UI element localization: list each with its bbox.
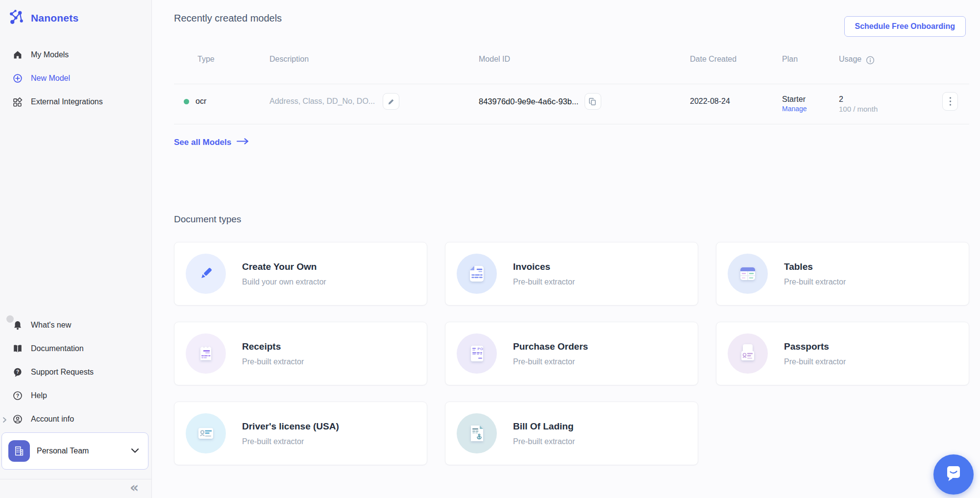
arrow-right-icon xyxy=(236,138,249,147)
sidebar-item-external-integrations[interactable]: External Integrations xyxy=(0,90,151,114)
row-menu-button[interactable] xyxy=(942,92,958,111)
cell-plan: Starter Manage xyxy=(782,84,839,124)
card-create-your-own[interactable]: Create Your Own Build your own extractor xyxy=(174,242,427,306)
svg-text:?: ? xyxy=(16,393,19,399)
sidebar-item-whats-new[interactable]: What's new xyxy=(0,313,151,337)
notification-dot xyxy=(6,315,14,323)
card-receipts[interactable]: Receipts Pre-built extractor xyxy=(174,322,427,385)
sidebar-item-my-models[interactable]: My Models xyxy=(0,43,151,67)
cell-model-id: 843976d0-9e9e-4a6c-93b... xyxy=(479,84,690,124)
building-icon xyxy=(8,440,30,462)
account-icon xyxy=(13,414,23,425)
chat-widget-button[interactable] xyxy=(933,454,974,495)
brand-logo[interactable]: Nanonets xyxy=(0,0,151,28)
nav-label: My Models xyxy=(31,50,69,59)
sidebar-item-documentation[interactable]: Documentation xyxy=(0,337,151,360)
cell-date-created: 2022-08-24 xyxy=(690,84,782,124)
column-header-model-id: Model ID xyxy=(479,53,690,84)
info-icon[interactable] xyxy=(866,55,875,67)
card-bill-of-lading[interactable]: Bill Of Lading Pre-built extractor xyxy=(445,402,698,465)
schedule-onboarding-button[interactable]: Schedule Free Onboarding xyxy=(844,16,966,37)
nav-label: Help xyxy=(31,391,47,400)
cell-usage: 2 100 / month xyxy=(839,84,933,124)
copy-model-id-button[interactable] xyxy=(585,93,601,110)
chevron-down-icon xyxy=(131,447,139,455)
cell-description: Address, Class, DD_No, DO... xyxy=(270,84,479,124)
card-invoices[interactable]: Invoices Pre-built extractor xyxy=(445,242,698,306)
column-header-date-created: Date Created xyxy=(690,53,782,84)
integrations-grid-icon xyxy=(13,96,23,107)
column-header-description: Description xyxy=(270,53,479,84)
collapse-sidebar-button[interactable]: « xyxy=(130,481,139,495)
main-content: Recently created models Schedule Free On… xyxy=(152,0,980,498)
column-header-type: Type xyxy=(174,53,270,84)
recent-models-title: Recently created models xyxy=(174,13,282,24)
plus-circle-icon xyxy=(13,73,23,84)
receipt-icon xyxy=(186,333,226,374)
sidebar-item-account-info[interactable]: Account info xyxy=(0,407,151,431)
nanonets-dashboard: Nanonets My Models New Model xyxy=(0,0,980,498)
nanonets-logo-icon xyxy=(7,8,25,28)
manage-plan-link[interactable]: Manage xyxy=(782,105,839,113)
invoice-icon xyxy=(457,254,497,294)
nav-label: What's new xyxy=(31,321,71,330)
models-table-header: Type Description Model ID Date Created P… xyxy=(174,53,969,84)
chevron-right-icon xyxy=(2,416,7,425)
nav-label: External Integrations xyxy=(31,97,103,106)
drivers-license-icon xyxy=(186,413,226,453)
bill-of-lading-icon xyxy=(457,413,497,453)
secondary-nav: What's new Documentation ? xyxy=(0,313,151,431)
nav-label: New Model xyxy=(31,74,70,83)
book-icon xyxy=(13,343,23,354)
purchase-order-icon: PO xyxy=(457,333,497,374)
status-dot xyxy=(184,99,189,104)
usage-quota: 100 / month xyxy=(839,105,933,113)
team-selector[interactable]: Personal Team xyxy=(1,432,148,470)
card-purchase-orders[interactable]: PO Purchase Orders Pre-built e xyxy=(445,322,698,385)
cell-type: ocr xyxy=(174,84,270,124)
edit-description-button[interactable] xyxy=(383,93,399,110)
team-name: Personal Team xyxy=(37,447,89,455)
help-circle-icon: ? xyxy=(13,390,23,401)
cell-actions xyxy=(933,84,969,124)
see-all-models-link[interactable]: See all Models xyxy=(174,138,249,147)
nav-label: Support Requests xyxy=(31,368,94,377)
sidebar-item-support-requests[interactable]: ? Support Requests xyxy=(0,360,151,384)
column-header-usage: Usage xyxy=(839,53,933,84)
support-chat-icon: ? xyxy=(13,367,23,378)
pencil-icon xyxy=(186,254,226,294)
column-header-plan: Plan xyxy=(782,53,839,84)
card-drivers-license[interactable]: Driver's license (USA) Pre-built extract… xyxy=(174,402,427,465)
table-icon xyxy=(728,254,768,294)
document-type-cards: Create Your Own Build your own extractor xyxy=(174,242,969,465)
nav-label: Documentation xyxy=(31,344,84,353)
nav-label: Account info xyxy=(31,415,74,424)
bell-icon xyxy=(13,320,23,331)
svg-text:PO: PO xyxy=(478,347,484,351)
sidebar-item-new-model[interactable]: New Model xyxy=(0,67,151,90)
document-types-title: Document types xyxy=(174,214,241,225)
home-icon xyxy=(13,49,23,60)
model-table-row[interactable]: ocr Address, Class, DD_No, DO... 843976d… xyxy=(174,84,969,124)
primary-nav: My Models New Model xyxy=(0,43,151,114)
sidebar-divider xyxy=(0,479,151,479)
sidebar: Nanonets My Models New Model xyxy=(0,0,152,498)
svg-text:?: ? xyxy=(16,369,19,374)
brand-name: Nanonets xyxy=(31,12,78,24)
card-passports[interactable]: Passports Pre-built extractor xyxy=(716,322,969,385)
passport-icon xyxy=(728,333,768,374)
sidebar-item-help[interactable]: ? Help xyxy=(0,384,151,407)
chat-bubble-icon xyxy=(943,463,964,486)
card-tables[interactable]: Tables Pre-built extractor xyxy=(716,242,969,306)
